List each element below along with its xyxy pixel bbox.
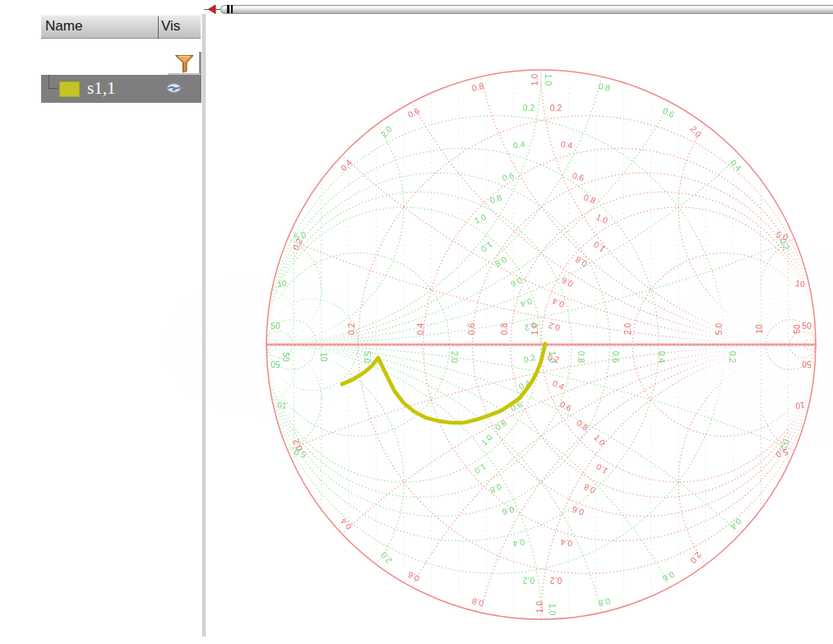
- svg-text:1.0: 1.0: [473, 462, 488, 476]
- svg-text:10: 10: [795, 279, 806, 290]
- svg-text:1.0: 1.0: [548, 604, 557, 616]
- svg-text:1.0: 1.0: [479, 433, 494, 447]
- svg-text:0.2: 0.2: [547, 321, 561, 332]
- svg-text:1.0: 1.0: [592, 239, 607, 253]
- svg-text:0.2: 0.2: [550, 104, 562, 113]
- svg-text:0.8: 0.8: [582, 482, 597, 495]
- svg-text:2.0: 2.0: [623, 323, 632, 336]
- svg-text:0.8: 0.8: [598, 596, 612, 608]
- svg-text:10: 10: [319, 352, 328, 362]
- svg-text:0.8: 0.8: [493, 418, 508, 432]
- svg-text:10: 10: [276, 401, 287, 411]
- svg-text:1.0: 1.0: [595, 461, 609, 475]
- svg-text:0.4: 0.4: [657, 351, 666, 364]
- svg-text:0.2: 0.2: [347, 323, 356, 336]
- svg-text:0.4: 0.4: [519, 296, 533, 308]
- svg-text:0.4: 0.4: [551, 296, 565, 308]
- svg-text:0.2: 0.2: [523, 576, 535, 585]
- svg-text:0.6: 0.6: [611, 351, 620, 364]
- svg-text:10: 10: [277, 279, 288, 290]
- svg-text:1.0: 1.0: [479, 239, 494, 253]
- svg-text:1.0: 1.0: [530, 74, 539, 86]
- svg-text:50: 50: [802, 359, 812, 368]
- svg-text:0.2: 0.2: [728, 351, 737, 364]
- svg-text:0.6: 0.6: [467, 323, 476, 336]
- svg-text:0.8: 0.8: [576, 351, 585, 364]
- svg-text:0.8: 0.8: [471, 81, 485, 93]
- svg-text:0.8: 0.8: [493, 255, 508, 269]
- svg-text:1.0: 1.0: [592, 433, 607, 447]
- svg-text:0.4: 0.4: [551, 378, 566, 391]
- svg-text:5.0: 5.0: [363, 351, 372, 364]
- svg-text:0.6: 0.6: [571, 504, 585, 517]
- svg-text:0.8: 0.8: [488, 482, 503, 495]
- svg-text:50: 50: [793, 324, 802, 334]
- svg-text:0.6: 0.6: [558, 400, 573, 414]
- svg-text:0.8: 0.8: [488, 192, 502, 205]
- svg-text:5.0: 5.0: [715, 323, 724, 336]
- svg-text:0.4: 0.4: [512, 140, 525, 151]
- svg-text:0.6: 0.6: [501, 505, 515, 517]
- svg-text:0.6: 0.6: [572, 171, 585, 183]
- svg-text:0.2: 0.2: [523, 353, 537, 364]
- svg-text:0.8: 0.8: [500, 323, 509, 336]
- svg-text:1.0: 1.0: [535, 601, 544, 614]
- svg-text:1.0: 1.0: [473, 212, 488, 225]
- svg-text:50: 50: [271, 359, 280, 368]
- svg-text:0.4: 0.4: [512, 538, 525, 549]
- svg-text:0.2: 0.2: [550, 576, 562, 585]
- svg-text:0.4: 0.4: [560, 538, 573, 549]
- svg-text:0.8: 0.8: [575, 418, 590, 432]
- svg-text:1.0: 1.0: [595, 212, 609, 225]
- svg-text:50: 50: [802, 322, 812, 331]
- svg-text:10: 10: [794, 401, 805, 411]
- svg-text:1.0: 1.0: [544, 74, 553, 86]
- svg-text:0.8: 0.8: [598, 81, 612, 93]
- svg-text:2.0: 2.0: [450, 351, 459, 364]
- svg-text:0.4: 0.4: [560, 140, 573, 151]
- svg-text:10: 10: [755, 324, 764, 334]
- svg-text:0.2: 0.2: [523, 104, 535, 113]
- svg-text:0.8: 0.8: [471, 596, 485, 608]
- svg-text:0.8: 0.8: [582, 192, 596, 205]
- svg-text:50: 50: [271, 322, 280, 331]
- svg-text:0.4: 0.4: [416, 323, 425, 336]
- svg-text:50: 50: [281, 352, 290, 362]
- svg-text:0.6: 0.6: [502, 171, 516, 183]
- svg-text:0.2: 0.2: [523, 321, 537, 332]
